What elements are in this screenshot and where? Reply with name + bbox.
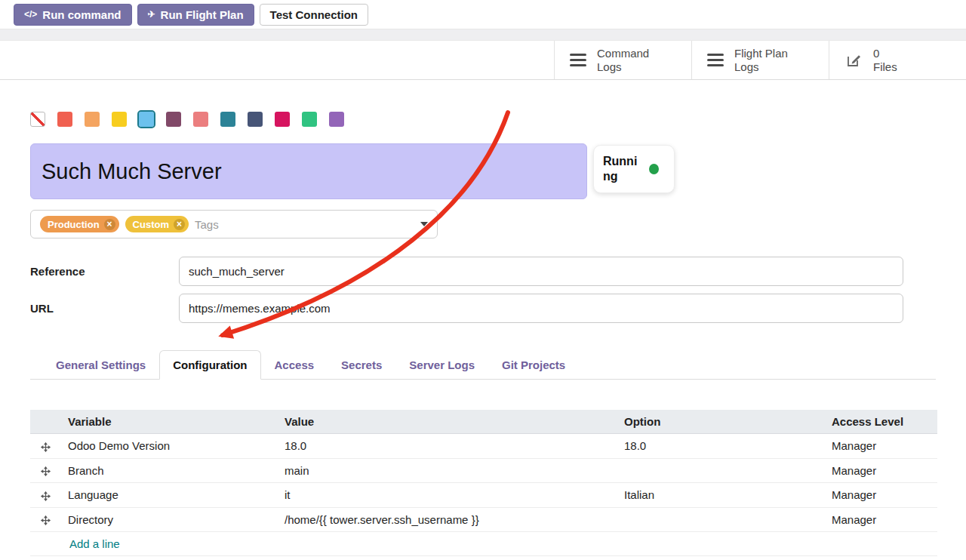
color-swatch-red[interactable] [57,112,72,127]
tab-secrets[interactable]: Secrets [328,350,395,380]
variables-table: Variable Value Option Access Level Odoo … [30,410,937,556]
move-icon [40,491,51,502]
column-header-variable: Variable [60,410,277,434]
cell-variable[interactable]: Directory [60,507,277,532]
color-picker [30,112,936,127]
table-row: Odoo Demo Version 18.0 18.0 Manager [30,434,937,459]
tab-configuration[interactable]: Configuration [159,350,260,380]
color-swatch-teal[interactable] [220,112,235,127]
status-badge[interactable]: Running [593,145,675,193]
cell-option[interactable]: 18.0 [617,434,824,459]
cell-access-level[interactable]: Manager [824,483,937,508]
action-toolbar: </> Run command ✈ Run Flight Plan Test C… [0,0,966,29]
run-command-label: Run command [42,8,121,21]
flight-plan-logs-button[interactable]: Flight Plan Logs [691,41,829,79]
drag-handle[interactable] [30,507,60,532]
drag-handle[interactable] [30,458,60,483]
tags-placeholder: Tags [195,218,219,231]
color-swatch-none[interactable] [30,112,45,127]
tab-server-logs[interactable]: Server Logs [395,350,488,380]
cell-variable[interactable]: Language [60,483,277,508]
color-swatch-darkpurple[interactable] [166,112,181,127]
add-a-line-link[interactable]: Add a line [69,537,120,550]
files-label: Files [873,60,897,74]
flight-plan-logs-label: Flight Plan Logs [734,47,796,74]
files-button[interactable]: 0 Files [829,41,966,79]
tab-git-projects[interactable]: Git Projects [488,350,579,380]
color-swatch-salmon[interactable] [193,112,208,127]
files-count: 0 [873,47,897,60]
tab-access[interactable]: Access [261,350,328,380]
tags-select[interactable]: Production × Custom × Tags [30,210,438,238]
cell-access-level[interactable]: Manager [824,507,937,532]
table-row: Branch main Manager [30,458,937,483]
server-name-input[interactable] [30,143,587,199]
notebook-tabs: General Settings Configuration Access Se… [30,350,936,380]
color-swatch-yellow[interactable] [112,112,127,127]
tab-general-settings[interactable]: General Settings [42,350,159,380]
url-input[interactable] [179,294,903,323]
cell-value[interactable]: /home/{{ tower.server.ssh_username }} [277,507,617,532]
table-row: Directory /home/{{ tower.server.ssh_user… [30,507,937,532]
add-line-row: Add a line [30,532,937,556]
page-background-strip [0,29,966,41]
reference-input[interactable] [179,257,903,286]
chevron-down-icon[interactable] [420,222,428,226]
move-icon [40,466,51,477]
color-swatch-darkblue[interactable] [248,112,263,127]
color-swatch-green[interactable] [302,112,317,127]
remove-tag-icon[interactable]: × [174,219,185,230]
test-connection-button[interactable]: Test Connection [260,4,368,26]
cell-value[interactable]: main [277,458,617,483]
list-icon [707,54,724,66]
move-icon [40,442,51,453]
tag-pill-production: Production × [40,216,119,232]
code-icon: </> [24,9,37,20]
color-swatch-magenta[interactable] [275,112,290,127]
cell-option[interactable] [617,507,824,532]
tag-label: Custom [133,219,169,230]
cell-option[interactable] [617,458,824,483]
move-icon [40,515,51,526]
handle-column-header [30,410,60,434]
run-flight-plan-label: Run Flight Plan [161,8,244,21]
reference-label: Reference [30,265,179,278]
plane-icon: ✈ [148,9,155,20]
test-connection-label: Test Connection [270,8,358,21]
color-swatch-lightblue-selected[interactable] [139,112,154,127]
cell-variable[interactable]: Branch [60,458,277,483]
cell-value[interactable]: 18.0 [277,434,617,459]
table-row: Language it Italian Manager [30,483,937,508]
cell-option[interactable]: Italian [617,483,824,508]
cell-variable[interactable]: Odoo Demo Version [60,434,277,459]
column-header-value: Value [277,410,617,434]
color-swatch-purple[interactable] [329,112,344,127]
run-flight-plan-button[interactable]: ✈ Run Flight Plan [137,4,254,26]
server-form: Running Production × Custom × Tags Refer… [0,112,966,556]
tag-label: Production [48,219,100,230]
drag-handle[interactable] [30,483,60,508]
url-label: URL [30,302,179,315]
remove-tag-icon[interactable]: × [104,219,115,230]
title-row: Running [30,143,936,199]
list-icon [570,54,586,66]
command-logs-button[interactable]: Command Logs [554,41,691,79]
run-command-button[interactable]: </> Run command [14,4,132,26]
fields-grid: Reference URL [30,257,936,323]
drag-handle[interactable] [30,434,60,459]
command-logs-label: Command Logs [597,47,659,74]
column-header-access-level: Access Level [824,410,937,434]
status-label: Running [603,154,642,184]
color-swatch-orange[interactable] [85,112,100,127]
stat-button-bar: Command Logs Flight Plan Logs 0 Files [0,41,966,80]
edit-pencil-icon [844,51,863,69]
cell-access-level[interactable]: Manager [824,458,937,483]
cell-access-level[interactable]: Manager [824,434,937,459]
status-dot-icon [649,164,659,174]
cell-value[interactable]: it [277,483,617,508]
table-header-row: Variable Value Option Access Level [30,410,937,434]
column-header-option: Option [617,410,824,434]
tag-pill-custom: Custom × [125,216,189,232]
